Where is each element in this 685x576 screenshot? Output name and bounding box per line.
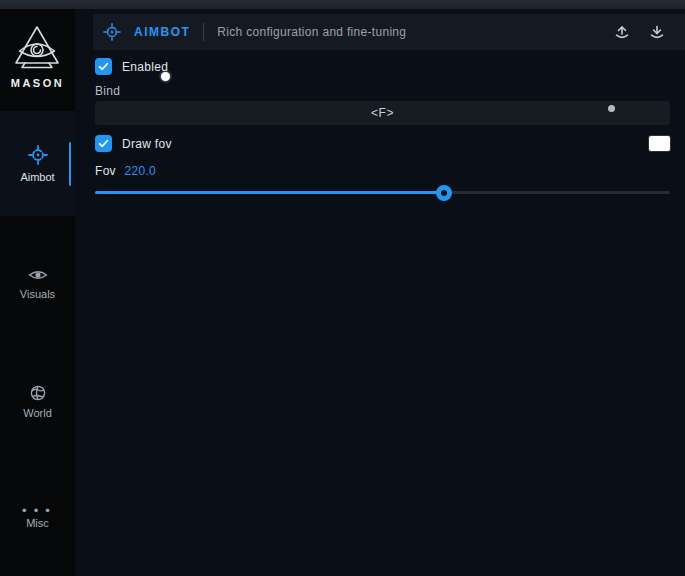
app-window: MASON Aimbot bbox=[0, 9, 685, 576]
sidebar-nav: Aimbot Visuals bbox=[0, 111, 75, 540]
window-top-edge bbox=[0, 0, 685, 9]
fov-label: Fov bbox=[95, 164, 116, 178]
sidebar-item-label: Visuals bbox=[20, 288, 55, 300]
page-subtitle: Rich configuration and fine-tuning bbox=[217, 25, 406, 39]
sidebar-item-world[interactable]: World bbox=[0, 382, 75, 422]
enabled-checkbox[interactable] bbox=[95, 58, 112, 75]
enabled-row: Enabled bbox=[95, 58, 670, 75]
sidebar-item-label: Misc bbox=[26, 517, 49, 529]
mason-eye-triangle-icon bbox=[12, 24, 62, 72]
draw-fov-label: Draw fov bbox=[122, 137, 172, 151]
sidebar-item-misc[interactable]: • • • Misc bbox=[0, 500, 75, 540]
globe-icon bbox=[30, 385, 46, 401]
crosshair-icon bbox=[28, 145, 48, 165]
page-header: AIMBOT Rich configuration and fine-tunin… bbox=[93, 14, 685, 50]
slider-thumb[interactable] bbox=[436, 185, 452, 201]
main-panel: AIMBOT Rich configuration and fine-tunin… bbox=[75, 9, 685, 576]
download-icon bbox=[648, 27, 666, 44]
logo: MASON bbox=[11, 24, 64, 89]
fov-color-swatch[interactable] bbox=[649, 136, 670, 151]
page-title: AIMBOT bbox=[134, 25, 190, 39]
draw-fov-checkbox[interactable] bbox=[95, 135, 112, 152]
crosshair-icon bbox=[103, 23, 121, 41]
import-config-button[interactable] bbox=[645, 20, 669, 44]
upload-icon bbox=[613, 27, 631, 44]
fov-slider[interactable] bbox=[95, 185, 670, 201]
sidebar-item-label: Aimbot bbox=[20, 171, 54, 183]
fov-value: 220.0 bbox=[125, 164, 157, 178]
draw-fov-row: Draw fov bbox=[95, 135, 670, 152]
sidebar-item-aimbot[interactable]: Aimbot bbox=[0, 111, 75, 216]
sidebar: MASON Aimbot bbox=[0, 9, 75, 576]
bind-value: <F> bbox=[371, 106, 394, 120]
export-config-button[interactable] bbox=[610, 20, 634, 44]
settings-content: Enabled Bind <F> Draw fov Fov 220.0 bbox=[75, 50, 685, 201]
slider-fill bbox=[95, 191, 444, 194]
sidebar-item-label: World bbox=[23, 407, 52, 419]
fov-value-row: Fov 220.0 bbox=[95, 164, 670, 178]
enabled-label: Enabled bbox=[122, 60, 168, 74]
bind-label: Bind bbox=[95, 84, 670, 98]
sidebar-item-visuals[interactable]: Visuals bbox=[0, 264, 75, 304]
logo-text: MASON bbox=[11, 77, 64, 89]
dot-indicator bbox=[608, 105, 615, 112]
divider bbox=[203, 23, 204, 41]
active-indicator bbox=[69, 142, 71, 186]
eye-icon bbox=[28, 268, 48, 282]
bind-keybind-field[interactable]: <F> bbox=[95, 101, 670, 125]
